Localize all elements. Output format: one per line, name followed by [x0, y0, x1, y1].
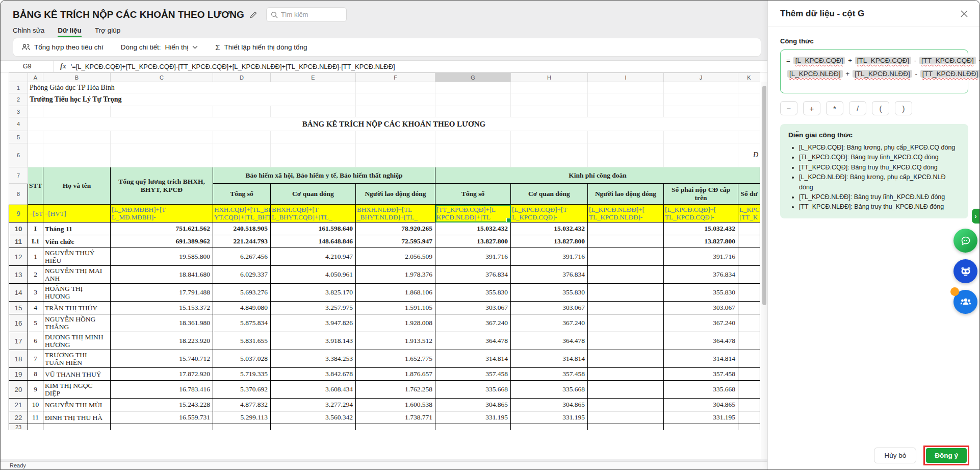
operator-button[interactable]: − — [780, 101, 797, 115]
scrollbar-thumb[interactable] — [762, 86, 766, 305]
cell[interactable]: Trường Tiểu học Lý Tự Trọng — [28, 93, 356, 106]
cell[interactable]: =[HVT] — [43, 205, 111, 222]
cell[interactable]: 1.762.258 — [356, 381, 435, 399]
cell[interactable] — [588, 235, 664, 248]
cell[interactable]: 8 — [28, 368, 43, 381]
row-number[interactable]: 15 — [9, 302, 28, 314]
cell[interactable] — [738, 248, 760, 266]
formula-chip[interactable]: [TL_KPCĐ.NLĐĐ] — [853, 70, 912, 78]
cell[interactable]: 5.875.834 — [213, 314, 271, 332]
cell[interactable]: 78.920.265 — [356, 222, 435, 235]
cell[interactable]: 148.648.846 — [271, 235, 356, 248]
row-number[interactable]: 10 — [9, 222, 28, 235]
cell[interactable] — [271, 106, 356, 117]
row-number[interactable]: 21 — [9, 399, 28, 411]
cell[interactable]: 1.738.771 — [356, 411, 435, 424]
row-number[interactable]: 5 — [9, 131, 28, 143]
cell[interactable] — [738, 399, 760, 411]
cell[interactable] — [356, 143, 435, 167]
cell[interactable]: 15.740.712 — [111, 350, 213, 368]
header-sub[interactable]: Người lao động đóng — [588, 184, 664, 205]
row-number[interactable]: 3 — [9, 106, 28, 117]
cell[interactable] — [28, 131, 43, 143]
cell[interactable] — [664, 131, 738, 143]
cell[interactable]: 1.652.775 — [356, 350, 435, 368]
cell[interactable]: 364.478 — [511, 332, 588, 350]
cell[interactable]: 691.389.962 — [111, 235, 213, 248]
cell[interactable]: 17.791.488 — [111, 284, 213, 302]
cell[interactable] — [435, 106, 511, 117]
cell[interactable] — [213, 143, 271, 167]
cell[interactable] — [111, 424, 213, 431]
confirm-button[interactable]: Đồng ý — [926, 448, 967, 463]
cell[interactable] — [213, 424, 271, 431]
cell[interactable] — [356, 82, 435, 93]
cell[interactable] — [664, 143, 738, 167]
row-number[interactable]: 20 — [9, 381, 28, 399]
cell[interactable]: 303.067 — [435, 302, 511, 314]
cell[interactable]: 10 — [28, 399, 43, 411]
cell[interactable] — [738, 302, 760, 314]
close-icon[interactable] — [960, 10, 968, 18]
cell[interactable]: 355.830 — [664, 284, 738, 302]
cell[interactable]: 5.719.335 — [213, 368, 271, 381]
cell[interactable]: 391.716 — [511, 248, 588, 266]
cell[interactable]: 5.370.692 — [213, 381, 271, 399]
cell[interactable] — [28, 424, 43, 431]
formula-chip[interactable]: [TT_KPCĐ.NLĐĐ] — [920, 70, 980, 78]
cell[interactable]: 1.978.376 — [356, 266, 435, 284]
cell[interactable] — [738, 266, 760, 284]
cell[interactable] — [588, 411, 664, 424]
cell[interactable]: 357.458 — [435, 368, 511, 381]
tab-du-lieu[interactable]: Dữ liệu — [58, 27, 82, 37]
cell[interactable] — [356, 106, 435, 117]
formula-chip[interactable]: [L_KPCĐ.CQĐ] — [793, 57, 845, 64]
cell[interactable]: 355.830 — [511, 284, 588, 302]
grid-corner[interactable] — [9, 73, 28, 82]
cell[interactable]: 18.223.920 — [111, 332, 213, 350]
cell[interactable]: 6.267.456 — [213, 248, 271, 266]
cell[interactable]: 335.668 — [511, 381, 588, 399]
cell[interactable] — [213, 131, 271, 143]
cell[interactable]: 240.518.905 — [213, 222, 271, 235]
cell[interactable] — [588, 424, 664, 431]
cell[interactable]: VŨ THANH THUỶ — [43, 368, 111, 381]
cell[interactable] — [511, 106, 588, 117]
cell[interactable]: 304.865 — [511, 399, 588, 411]
cell[interactable]: 367.240 — [511, 314, 588, 332]
operator-button[interactable]: / — [849, 101, 866, 115]
cell[interactable] — [588, 332, 664, 350]
cell[interactable]: 19.585.800 — [111, 248, 213, 266]
cell[interactable]: 13.827.800 — [664, 235, 738, 248]
header-sub[interactable]: Tổng số — [435, 184, 511, 205]
cell[interactable]: 6 — [28, 332, 43, 350]
cell[interactable]: Phòng Giáo dục TP Hòa Bình — [28, 82, 356, 93]
edit-title-icon[interactable] — [249, 11, 257, 19]
cell[interactable]: TRƯƠNG THỊ TUẤN HIỀN — [43, 350, 111, 368]
cell[interactable]: 335.668 — [664, 381, 738, 399]
cell[interactable]: 367.240 — [435, 314, 511, 332]
cell[interactable] — [43, 131, 111, 143]
cell[interactable]: Tháng 11 — [43, 222, 111, 235]
header-total-fund[interactable]: Tổng quỹ lương trích BHXH, BHYT, KPCĐ — [111, 167, 213, 205]
cell[interactable]: [L_KPCĐ.CQĐ]+[TL_KPCĐ.CQĐ]- — [664, 205, 738, 222]
unit-note-cell[interactable]: Đ — [738, 143, 760, 167]
cell[interactable]: ĐINH THỊ THU HÀ — [43, 411, 111, 424]
cell[interactable]: 391.716 — [664, 248, 738, 266]
cell[interactable] — [588, 93, 664, 106]
cell[interactable]: 314.814 — [511, 350, 588, 368]
column-letter[interactable]: F — [356, 73, 435, 82]
cell[interactable] — [738, 350, 760, 368]
cell[interactable] — [43, 143, 111, 167]
cell[interactable] — [588, 222, 664, 235]
cell[interactable] — [738, 314, 760, 332]
tab-tro-giup[interactable]: Trợ giúp — [95, 27, 120, 37]
cell[interactable] — [738, 93, 760, 106]
cell[interactable]: 304.865 — [664, 399, 738, 411]
cell[interactable] — [511, 131, 588, 143]
cell[interactable] — [588, 266, 664, 284]
cell[interactable]: 357.458 — [511, 368, 588, 381]
cell[interactable] — [588, 131, 664, 143]
cell[interactable]: 391.716 — [435, 248, 511, 266]
row-number[interactable]: 4 — [9, 117, 28, 131]
